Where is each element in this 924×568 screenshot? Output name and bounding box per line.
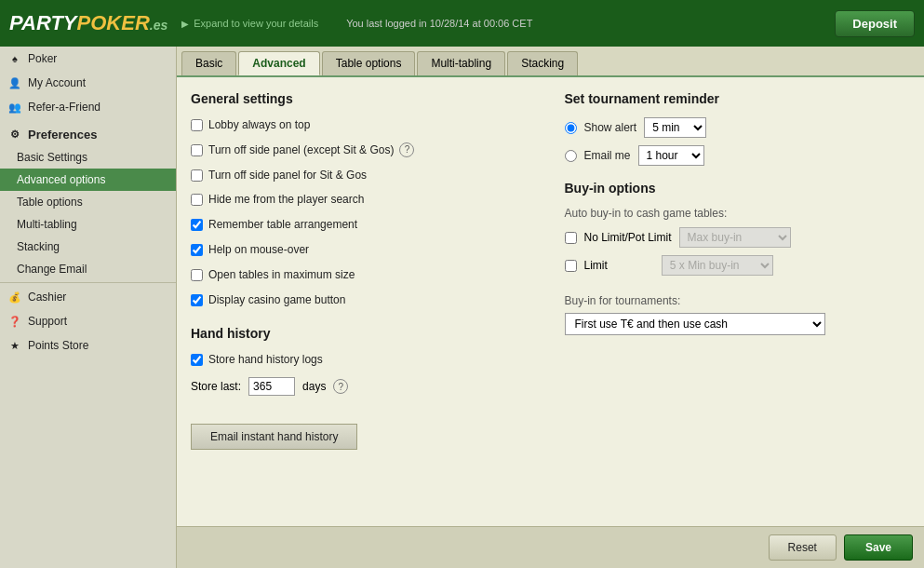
days-label: days [302,380,326,393]
remember-table-label: Remember table arrangement [208,217,357,233]
sidebar-content: ♠ Poker 👤 My Account 👥 Refer-a-Friend ⚙ … [0,47,176,358]
email-me-label: Email me [584,149,631,162]
side-panel-sitgo-checkbox[interactable] [191,144,203,156]
main-layout: ♠ Poker 👤 My Account 👥 Refer-a-Friend ⚙ … [0,47,924,568]
support-icon: ❓ [7,314,22,329]
points-icon: ★ [7,338,22,353]
remember-table-option: Remember table arrangement [191,217,537,233]
sidebar-item-stacking[interactable]: Stacking [0,236,176,258]
sidebar-item-points-store[interactable]: ★ Points Store [0,333,176,358]
sidebar-item-basic-settings[interactable]: Basic Settings [0,146,176,169]
left-column: General settings Lobby always on top Tur… [191,91,556,512]
store-logs-checkbox[interactable] [191,354,203,366]
sidebar-item-advanced-options[interactable]: Advanced options [0,169,176,191]
auto-buyin-label: Auto buy-in to cash game tables: [565,207,911,220]
limit-row: Limit 5 x Min buy-in 10 x Min buy-in Max… [565,255,911,276]
show-alert-radio[interactable] [565,122,577,134]
tab-stacking[interactable]: Stacking [507,51,578,75]
main-panel: Basic Advanced Table options Multi-tabli… [177,47,924,568]
sidebar-item-change-email[interactable]: Change Email [0,258,176,280]
refer-icon: 👥 [7,100,22,115]
show-alert-row: Show alert 5 min 10 min 15 min 30 min [565,117,911,138]
sidebar-item-cashier[interactable]: 💰 Cashier [0,285,176,309]
sidebar-divider [0,282,176,283]
tournament-buyin-section: Buy-in for tournaments: First use T€ and… [565,294,911,335]
email-me-select[interactable]: 1 hour 2 hours 4 hours [638,145,704,166]
help-mouse-checkbox[interactable] [191,244,203,256]
email-me-radio[interactable] [565,150,577,162]
casino-button-option: Display casino game button [191,292,537,308]
header: PARTYPOKER.es ▶ Expand to view your deta… [0,0,924,47]
side-panel-sitgo-only-checkbox[interactable] [191,169,203,182]
help-mouse-label: Help on mouse-over [208,242,309,258]
no-limit-select[interactable]: Max buy-in Min buy-in Custom [679,227,791,248]
store-last-input[interactable] [248,377,295,396]
store-last-row: Store last: days ? [191,377,537,396]
open-max-option: Open tables in maximum size [191,267,537,283]
logo: PARTYPOKER.es [9,11,167,35]
open-max-checkbox[interactable] [191,269,203,281]
hide-player-option: Hide me from the player search [191,192,537,208]
no-limit-checkbox[interactable] [565,232,577,244]
save-button[interactable]: Save [844,534,913,561]
limit-select[interactable]: 5 x Min buy-in 10 x Min buy-in Max buy-i… [662,255,773,276]
lobby-top-option: Lobby always on top [191,117,537,133]
hide-player-label: Hide me from the player search [208,192,364,208]
sidebar-item-multi-tabling[interactable]: Multi-tabling [0,213,176,236]
tab-multi-tabling[interactable]: Multi-tabling [417,51,505,75]
sidebar: ♠ Poker 👤 My Account 👥 Refer-a-Friend ⚙ … [0,47,177,568]
store-last-help-icon[interactable]: ? [333,379,348,394]
help-mouse-option: Help on mouse-over [191,242,537,258]
tournament-select-row: First use T€ and then use cash Always us… [565,313,911,335]
sidebar-item-table-options[interactable]: Table options [0,191,176,213]
show-alert-label: Show alert [584,121,637,134]
side-panel-sitgo-only-label: Turn off side panel for Sit & Gos [208,168,367,183]
email-me-row: Email me 1 hour 2 hours 4 hours [565,145,911,166]
lobby-top-label: Lobby always on top [208,117,310,133]
casino-button-label: Display casino game button [208,292,345,308]
last-login-text: You last logged in 10/28/14 at 00:06 CET [346,18,835,29]
remember-table-checkbox[interactable] [191,219,203,231]
tab-table-options[interactable]: Table options [322,51,416,75]
side-panel-help-icon[interactable]: ? [399,142,414,157]
sidebar-item-my-account[interactable]: 👤 My Account [0,71,176,95]
preferences-icon: ⚙ [7,127,22,142]
hand-history-section: Hand history Store hand history logs Sto… [191,326,537,450]
show-alert-select[interactable]: 5 min 10 min 15 min 30 min [644,117,706,138]
deposit-button[interactable]: Deposit [835,10,915,37]
reset-button[interactable]: Reset [769,534,837,561]
side-panel-sitgo-label: Turn off side panel (except Sit & Gos) [208,142,394,158]
tournament-buyin-label: Buy-in for tournaments: [565,294,911,307]
account-icon: 👤 [7,75,22,90]
hand-history-title: Hand history [191,326,537,341]
sidebar-item-preferences[interactable]: ⚙ Preferences [0,119,176,146]
hide-player-checkbox[interactable] [191,194,203,206]
sidebar-item-support[interactable]: ❓ Support [0,309,176,333]
poker-icon: ♠ [7,51,22,66]
expand-link[interactable]: Expand to view your details [194,18,318,29]
content-area: General settings Lobby always on top Tur… [177,77,924,526]
general-settings-title: General settings [191,91,537,106]
sidebar-item-refer-a-friend[interactable]: 👥 Refer-a-Friend [0,95,176,119]
buyin-section: Buy-in options Auto buy-in to cash game … [565,181,911,276]
limit-checkbox[interactable] [565,260,577,272]
right-column: Set tournament reminder Show alert 5 min… [556,91,911,512]
store-last-label: Store last: [191,380,241,393]
buyin-title: Buy-in options [565,181,911,196]
bottom-bar: Reset Save [177,526,924,568]
tournament-reminder-title: Set tournament reminder [565,91,911,106]
email-hand-history-button[interactable]: Email instant hand history [191,424,357,450]
store-logs-option: Store hand history logs [191,352,537,368]
lobby-top-checkbox[interactable] [191,119,203,131]
limit-label: Limit [584,259,608,272]
tab-basic[interactable]: Basic [181,51,236,75]
side-panel-sitgo-only-option: Turn off side panel for Sit & Gos [191,168,537,183]
sidebar-item-poker[interactable]: ♠ Poker [0,47,176,71]
email-btn-container: Email instant hand history [191,424,537,450]
tournament-buyin-select[interactable]: First use T€ and then use cash Always us… [565,313,825,335]
tab-advanced[interactable]: Advanced [238,51,319,75]
no-limit-label: No Limit/Pot Limit [584,231,672,244]
casino-button-checkbox[interactable] [191,294,203,306]
store-logs-label: Store hand history logs [208,352,323,368]
side-panel-sitgo-option: Turn off side panel (except Sit & Gos) ? [191,142,537,158]
